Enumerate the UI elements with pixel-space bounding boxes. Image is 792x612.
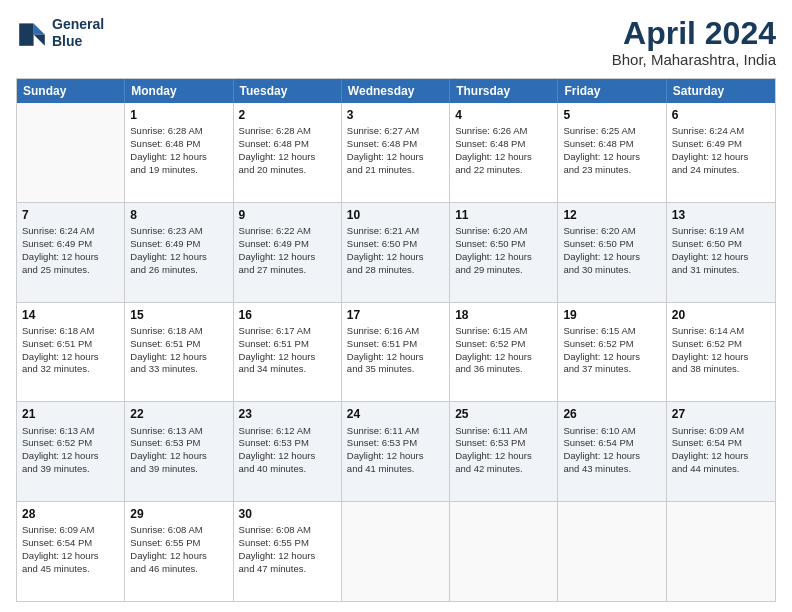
calendar-cell: 24Sunrise: 6:11 AM Sunset: 6:53 PM Dayli… [342, 402, 450, 501]
logo: General Blue [16, 16, 104, 50]
header: General Blue April 2024 Bhor, Maharashtr… [16, 16, 776, 68]
day-info: Sunrise: 6:13 AM Sunset: 6:52 PM Dayligh… [22, 425, 99, 474]
day-info: Sunrise: 6:09 AM Sunset: 6:54 PM Dayligh… [672, 425, 749, 474]
calendar: SundayMondayTuesdayWednesdayThursdayFrid… [16, 78, 776, 602]
logo-line1: General [52, 16, 104, 33]
day-info: Sunrise: 6:14 AM Sunset: 6:52 PM Dayligh… [672, 325, 749, 374]
day-info: Sunrise: 6:20 AM Sunset: 6:50 PM Dayligh… [455, 225, 532, 274]
svg-rect-2 [19, 23, 33, 45]
calendar-header-cell: Sunday [17, 79, 125, 103]
svg-marker-0 [34, 23, 45, 34]
day-info: Sunrise: 6:12 AM Sunset: 6:53 PM Dayligh… [239, 425, 316, 474]
calendar-cell: 2Sunrise: 6:28 AM Sunset: 6:48 PM Daylig… [234, 103, 342, 202]
calendar-cell: 25Sunrise: 6:11 AM Sunset: 6:53 PM Dayli… [450, 402, 558, 501]
day-number: 2 [239, 107, 336, 123]
logo-line2: Blue [52, 33, 104, 50]
calendar-header-row: SundayMondayTuesdayWednesdayThursdayFrid… [17, 79, 775, 103]
day-number: 21 [22, 406, 119, 422]
calendar-cell: 18Sunrise: 6:15 AM Sunset: 6:52 PM Dayli… [450, 303, 558, 402]
day-number: 7 [22, 207, 119, 223]
calendar-cell: 28Sunrise: 6:09 AM Sunset: 6:54 PM Dayli… [17, 502, 125, 601]
day-number: 15 [130, 307, 227, 323]
calendar-cell: 6Sunrise: 6:24 AM Sunset: 6:49 PM Daylig… [667, 103, 775, 202]
calendar-cell: 22Sunrise: 6:13 AM Sunset: 6:53 PM Dayli… [125, 402, 233, 501]
day-number: 25 [455, 406, 552, 422]
day-number: 27 [672, 406, 770, 422]
day-info: Sunrise: 6:13 AM Sunset: 6:53 PM Dayligh… [130, 425, 207, 474]
calendar-cell: 19Sunrise: 6:15 AM Sunset: 6:52 PM Dayli… [558, 303, 666, 402]
day-info: Sunrise: 6:17 AM Sunset: 6:51 PM Dayligh… [239, 325, 316, 374]
day-info: Sunrise: 6:24 AM Sunset: 6:49 PM Dayligh… [22, 225, 99, 274]
calendar-body: 1Sunrise: 6:28 AM Sunset: 6:48 PM Daylig… [17, 103, 775, 601]
calendar-cell: 13Sunrise: 6:19 AM Sunset: 6:50 PM Dayli… [667, 203, 775, 302]
calendar-header-cell: Tuesday [234, 79, 342, 103]
day-info: Sunrise: 6:16 AM Sunset: 6:51 PM Dayligh… [347, 325, 424, 374]
day-number: 12 [563, 207, 660, 223]
calendar-title: April 2024 [612, 16, 776, 51]
calendar-cell: 5Sunrise: 6:25 AM Sunset: 6:48 PM Daylig… [558, 103, 666, 202]
calendar-cell [450, 502, 558, 601]
calendar-cell: 11Sunrise: 6:20 AM Sunset: 6:50 PM Dayli… [450, 203, 558, 302]
day-number: 28 [22, 506, 119, 522]
day-number: 10 [347, 207, 444, 223]
svg-marker-1 [34, 34, 45, 45]
day-number: 20 [672, 307, 770, 323]
day-number: 6 [672, 107, 770, 123]
day-number: 4 [455, 107, 552, 123]
calendar-row: 7Sunrise: 6:24 AM Sunset: 6:49 PM Daylig… [17, 203, 775, 303]
day-info: Sunrise: 6:08 AM Sunset: 6:55 PM Dayligh… [239, 524, 316, 573]
calendar-cell: 9Sunrise: 6:22 AM Sunset: 6:49 PM Daylig… [234, 203, 342, 302]
title-block: April 2024 Bhor, Maharashtra, India [612, 16, 776, 68]
day-info: Sunrise: 6:22 AM Sunset: 6:49 PM Dayligh… [239, 225, 316, 274]
day-number: 22 [130, 406, 227, 422]
page: General Blue April 2024 Bhor, Maharashtr… [0, 0, 792, 612]
calendar-cell: 21Sunrise: 6:13 AM Sunset: 6:52 PM Dayli… [17, 402, 125, 501]
day-number: 29 [130, 506, 227, 522]
day-info: Sunrise: 6:15 AM Sunset: 6:52 PM Dayligh… [563, 325, 640, 374]
day-number: 13 [672, 207, 770, 223]
calendar-cell [17, 103, 125, 202]
day-number: 23 [239, 406, 336, 422]
day-number: 11 [455, 207, 552, 223]
day-number: 9 [239, 207, 336, 223]
calendar-cell: 3Sunrise: 6:27 AM Sunset: 6:48 PM Daylig… [342, 103, 450, 202]
calendar-cell: 17Sunrise: 6:16 AM Sunset: 6:51 PM Dayli… [342, 303, 450, 402]
day-info: Sunrise: 6:23 AM Sunset: 6:49 PM Dayligh… [130, 225, 207, 274]
calendar-header-cell: Friday [558, 79, 666, 103]
day-number: 18 [455, 307, 552, 323]
day-info: Sunrise: 6:19 AM Sunset: 6:50 PM Dayligh… [672, 225, 749, 274]
day-info: Sunrise: 6:11 AM Sunset: 6:53 PM Dayligh… [455, 425, 532, 474]
day-number: 5 [563, 107, 660, 123]
day-info: Sunrise: 6:15 AM Sunset: 6:52 PM Dayligh… [455, 325, 532, 374]
calendar-cell: 14Sunrise: 6:18 AM Sunset: 6:51 PM Dayli… [17, 303, 125, 402]
calendar-cell: 30Sunrise: 6:08 AM Sunset: 6:55 PM Dayli… [234, 502, 342, 601]
calendar-header-cell: Wednesday [342, 79, 450, 103]
calendar-cell: 20Sunrise: 6:14 AM Sunset: 6:52 PM Dayli… [667, 303, 775, 402]
calendar-cell: 23Sunrise: 6:12 AM Sunset: 6:53 PM Dayli… [234, 402, 342, 501]
day-number: 14 [22, 307, 119, 323]
day-info: Sunrise: 6:25 AM Sunset: 6:48 PM Dayligh… [563, 125, 640, 174]
calendar-row: 14Sunrise: 6:18 AM Sunset: 6:51 PM Dayli… [17, 303, 775, 403]
calendar-cell: 27Sunrise: 6:09 AM Sunset: 6:54 PM Dayli… [667, 402, 775, 501]
day-info: Sunrise: 6:24 AM Sunset: 6:49 PM Dayligh… [672, 125, 749, 174]
calendar-cell [667, 502, 775, 601]
calendar-header-cell: Thursday [450, 79, 558, 103]
calendar-cell: 29Sunrise: 6:08 AM Sunset: 6:55 PM Dayli… [125, 502, 233, 601]
calendar-cell: 8Sunrise: 6:23 AM Sunset: 6:49 PM Daylig… [125, 203, 233, 302]
day-info: Sunrise: 6:21 AM Sunset: 6:50 PM Dayligh… [347, 225, 424, 274]
logo-text: General Blue [52, 16, 104, 50]
day-number: 1 [130, 107, 227, 123]
calendar-cell: 26Sunrise: 6:10 AM Sunset: 6:54 PM Dayli… [558, 402, 666, 501]
day-info: Sunrise: 6:09 AM Sunset: 6:54 PM Dayligh… [22, 524, 99, 573]
calendar-cell: 12Sunrise: 6:20 AM Sunset: 6:50 PM Dayli… [558, 203, 666, 302]
logo-icon [16, 17, 48, 49]
calendar-row: 21Sunrise: 6:13 AM Sunset: 6:52 PM Dayli… [17, 402, 775, 502]
day-info: Sunrise: 6:28 AM Sunset: 6:48 PM Dayligh… [239, 125, 316, 174]
calendar-header-cell: Monday [125, 79, 233, 103]
day-info: Sunrise: 6:20 AM Sunset: 6:50 PM Dayligh… [563, 225, 640, 274]
day-number: 24 [347, 406, 444, 422]
day-number: 8 [130, 207, 227, 223]
calendar-cell: 15Sunrise: 6:18 AM Sunset: 6:51 PM Dayli… [125, 303, 233, 402]
calendar-header-cell: Saturday [667, 79, 775, 103]
calendar-cell: 1Sunrise: 6:28 AM Sunset: 6:48 PM Daylig… [125, 103, 233, 202]
